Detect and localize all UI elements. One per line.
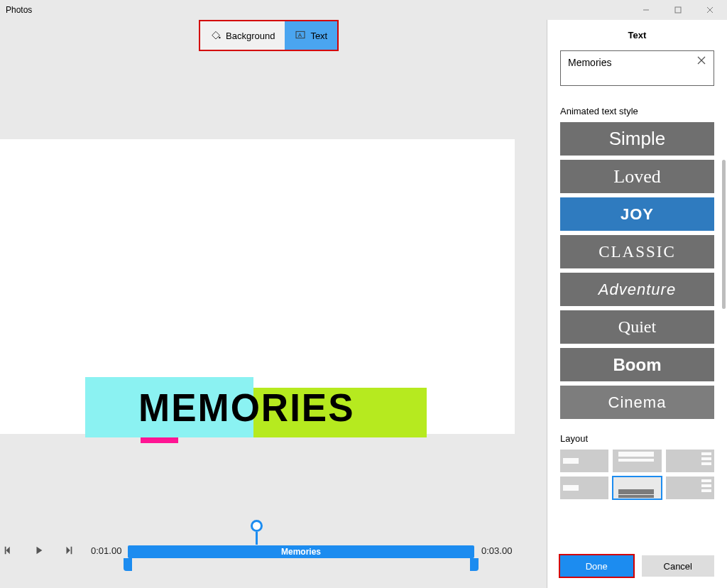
timeline-end-time: 0:03.00 xyxy=(481,545,512,556)
svg-marker-10 xyxy=(67,547,70,555)
playhead[interactable] xyxy=(251,520,263,545)
style-loved-label: Loved xyxy=(613,166,660,187)
layout-left-middle[interactable] xyxy=(560,450,608,472)
clip-trim-start[interactable] xyxy=(124,558,132,571)
text-icon: A xyxy=(295,29,306,43)
clip-bar[interactable]: Memories xyxy=(128,545,474,558)
style-heading: Animated text style xyxy=(560,106,714,116)
svg-text:A: A xyxy=(298,32,302,38)
svg-rect-11 xyxy=(71,547,72,555)
clip-label: Memories xyxy=(281,547,321,557)
next-frame-button[interactable] xyxy=(64,545,74,555)
timeline-start-time: 0:01.00 xyxy=(91,545,121,556)
playhead-handle-icon xyxy=(251,520,263,532)
timeline-track[interactable]: Memories xyxy=(128,538,474,570)
style-list: Simple Loved JOY CLASSIC Adventure Quiet… xyxy=(560,122,714,419)
title-text: MEMORIES xyxy=(138,384,355,430)
cancel-button[interactable]: Cancel xyxy=(642,555,715,577)
svg-rect-8 xyxy=(5,547,6,555)
clip-trim-end[interactable] xyxy=(470,558,479,571)
svg-marker-7 xyxy=(6,547,10,555)
text-panel: Text Animated text style Simple Loved JO… xyxy=(547,20,727,588)
style-cinema-label: Cinema xyxy=(608,393,667,412)
layout-heading: Layout xyxy=(560,433,714,444)
timeline: 0:01.00 0:03.00 Memories xyxy=(0,503,547,588)
layout-left-middle-2[interactable] xyxy=(560,477,608,499)
style-boom-label: Boom xyxy=(613,355,662,375)
panel-scrollbar[interactable] xyxy=(722,160,726,309)
maximize-button[interactable] xyxy=(662,0,694,20)
tab-background-label: Background xyxy=(226,31,275,41)
style-simple[interactable]: Simple xyxy=(560,122,714,156)
layout-grid xyxy=(560,450,714,499)
minimize-button[interactable] xyxy=(630,0,662,20)
top-tabs: Background A Text xyxy=(199,20,339,51)
svg-marker-9 xyxy=(37,547,43,555)
style-loved[interactable]: Loved xyxy=(560,160,714,193)
prev-frame-button[interactable] xyxy=(4,545,13,555)
layout-right-list[interactable] xyxy=(666,450,714,472)
panel-title: Text xyxy=(547,20,727,50)
done-button-label: Done xyxy=(586,561,608,572)
titlebar: Photos xyxy=(0,0,727,20)
window-title: Photos xyxy=(6,5,32,15)
style-cinema[interactable]: Cinema xyxy=(560,386,714,419)
svg-point-4 xyxy=(219,36,221,38)
bucket-icon xyxy=(210,29,222,43)
style-simple-label: Simple xyxy=(609,128,665,150)
style-joy[interactable]: JOY xyxy=(560,197,714,231)
layout-right-list-2[interactable] xyxy=(666,477,714,499)
panel-footer: Done Cancel xyxy=(547,547,727,588)
panel-body: Animated text style Simple Loved JOY CLA… xyxy=(547,50,727,547)
cancel-button-label: Cancel xyxy=(664,561,692,572)
tab-text[interactable]: A Text xyxy=(285,21,337,50)
style-classic-label: CLASSIC xyxy=(598,243,676,261)
editor-area: Background A Text MEMORIES xyxy=(0,20,547,588)
playhead-stem xyxy=(256,532,258,545)
style-joy-label: JOY xyxy=(621,205,654,224)
layout-center-top[interactable] xyxy=(613,450,661,472)
style-quiet-label: Quiet xyxy=(618,317,656,337)
tab-background[interactable]: Background xyxy=(200,21,285,50)
text-input-wrap xyxy=(560,50,714,88)
svg-rect-1 xyxy=(675,7,681,13)
style-boom[interactable]: Boom xyxy=(560,348,714,381)
layout-center-bottom[interactable] xyxy=(613,477,661,499)
window-controls xyxy=(630,0,726,20)
done-button[interactable]: Done xyxy=(560,555,633,577)
style-adventure-label: Adventure xyxy=(598,281,676,299)
clear-text-button[interactable] xyxy=(697,56,709,67)
title-underline xyxy=(141,437,178,443)
app-window: Photos Background A Text xyxy=(0,0,727,588)
close-button[interactable] xyxy=(694,0,726,20)
style-adventure[interactable]: Adventure xyxy=(560,273,714,306)
layout-section: Layout xyxy=(560,433,714,499)
title-input[interactable] xyxy=(560,50,714,86)
play-button[interactable] xyxy=(34,545,44,555)
preview-canvas[interactable]: MEMORIES xyxy=(0,139,515,434)
style-quiet[interactable]: Quiet xyxy=(560,310,714,344)
tab-text-label: Text xyxy=(310,31,327,41)
style-classic[interactable]: CLASSIC xyxy=(560,235,714,268)
